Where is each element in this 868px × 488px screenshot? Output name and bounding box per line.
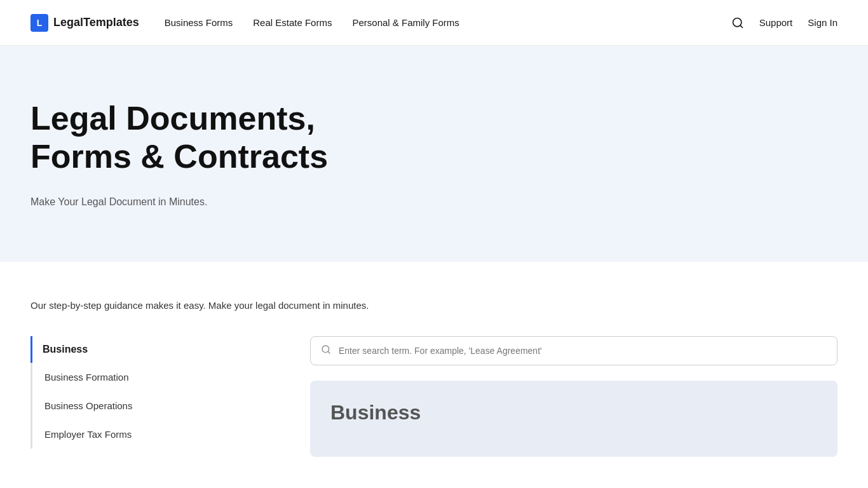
- brand-name: LegalTemplates: [53, 16, 139, 29]
- sidebar: Business Business Formation Business Ope…: [31, 336, 272, 449]
- search-bar-icon: [321, 344, 331, 357]
- sidebar-item-business-operations[interactable]: Business Operations: [32, 391, 272, 420]
- navbar-nav: Business Forms Real Estate Forms Persona…: [165, 17, 731, 28]
- sidebar-item-business-formation[interactable]: Business Formation: [32, 363, 272, 391]
- support-link[interactable]: Support: [759, 17, 793, 28]
- brand-logo[interactable]: L LegalTemplates: [31, 14, 139, 32]
- search-icon-inner: [321, 344, 331, 355]
- nav-real-estate-forms[interactable]: Real Estate Forms: [253, 17, 332, 28]
- content-section: Our step-by-step guidance makes it easy.…: [0, 262, 868, 488]
- nav-personal-family-forms[interactable]: Personal & Family Forms: [352, 17, 459, 28]
- business-card-title: Business: [330, 401, 817, 424]
- search-icon: [731, 17, 744, 29]
- hero-section: Legal Documents, Forms & Contracts Make …: [0, 46, 868, 262]
- svg-line-1: [740, 25, 743, 27]
- search-input[interactable]: [339, 346, 827, 356]
- hero-title: Legal Documents, Forms & Contracts: [31, 100, 424, 176]
- nav-business-forms[interactable]: Business Forms: [165, 17, 233, 28]
- sidebar-item-employer-tax-forms[interactable]: Employer Tax Forms: [32, 420, 272, 449]
- sidebar-active-category[interactable]: Business: [31, 336, 272, 363]
- navbar: L LegalTemplates Business Forms Real Est…: [0, 0, 868, 46]
- main-content: Business: [310, 336, 837, 457]
- search-container: [310, 336, 837, 365]
- brand-icon: L: [31, 14, 48, 32]
- content-layout: Business Business Formation Business Ope…: [31, 336, 837, 457]
- sidebar-category-label: Business: [43, 344, 88, 355]
- signin-link[interactable]: Sign In: [808, 17, 837, 28]
- search-button[interactable]: [731, 17, 744, 29]
- hero-subtitle: Make Your Legal Document in Minutes.: [31, 196, 837, 208]
- content-intro: Our step-by-step guidance makes it easy.…: [31, 300, 837, 311]
- sidebar-items-list: Business Formation Business Operations E…: [31, 363, 272, 449]
- business-card-preview: Business: [310, 381, 837, 457]
- svg-line-3: [328, 351, 330, 353]
- navbar-actions: Support Sign In: [731, 17, 837, 29]
